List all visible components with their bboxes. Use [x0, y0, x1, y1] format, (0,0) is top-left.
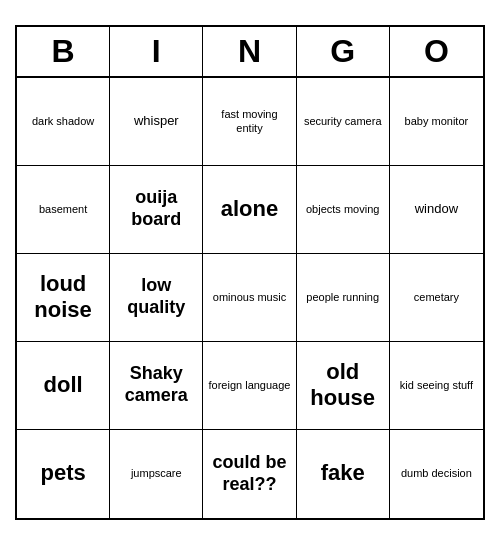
bingo-cell: alone: [203, 166, 296, 254]
bingo-cell: people running: [297, 254, 390, 342]
bingo-cell: dumb decision: [390, 430, 483, 518]
bingo-cell: baby monitor: [390, 78, 483, 166]
bingo-cell: pets: [17, 430, 110, 518]
header-letter: O: [390, 27, 483, 76]
header-letter: G: [297, 27, 390, 76]
bingo-cell: dark shadow: [17, 78, 110, 166]
cell-label: security camera: [304, 114, 382, 128]
bingo-cell: loud noise: [17, 254, 110, 342]
cell-label: jumpscare: [131, 466, 182, 480]
cell-label: ominous music: [213, 290, 286, 304]
bingo-grid: dark shadowwhisperfast moving entitysecu…: [17, 78, 483, 518]
bingo-cell: cemetary: [390, 254, 483, 342]
bingo-cell: objects moving: [297, 166, 390, 254]
cell-label: Shaky camera: [114, 363, 198, 406]
cell-label: low quality: [114, 275, 198, 318]
bingo-cell: ouija board: [110, 166, 203, 254]
cell-label: old house: [301, 359, 385, 412]
bingo-cell: Shaky camera: [110, 342, 203, 430]
cell-label: loud noise: [21, 271, 105, 324]
cell-label: alone: [221, 196, 278, 222]
bingo-cell: fast moving entity: [203, 78, 296, 166]
cell-label: could be real??: [207, 452, 291, 495]
bingo-cell: jumpscare: [110, 430, 203, 518]
cell-label: objects moving: [306, 202, 379, 216]
bingo-cell: fake: [297, 430, 390, 518]
bingo-cell: low quality: [110, 254, 203, 342]
bingo-cell: old house: [297, 342, 390, 430]
cell-label: doll: [44, 372, 83, 398]
cell-label: dumb decision: [401, 466, 472, 480]
bingo-cell: could be real??: [203, 430, 296, 518]
bingo-cell: ominous music: [203, 254, 296, 342]
cell-label: fake: [321, 460, 365, 486]
cell-label: basement: [39, 202, 87, 216]
bingo-cell: basement: [17, 166, 110, 254]
bingo-cell: whisper: [110, 78, 203, 166]
cell-label: pets: [40, 460, 85, 486]
cell-label: cemetary: [414, 290, 459, 304]
cell-label: baby monitor: [405, 114, 469, 128]
bingo-header: BINGO: [17, 27, 483, 78]
cell-label: fast moving entity: [207, 107, 291, 136]
bingo-cell: foreign language: [203, 342, 296, 430]
bingo-cell: security camera: [297, 78, 390, 166]
header-letter: I: [110, 27, 203, 76]
cell-label: whisper: [134, 113, 179, 130]
cell-label: foreign language: [209, 378, 291, 392]
cell-label: kid seeing stuff: [400, 378, 473, 392]
cell-label: window: [415, 201, 458, 218]
bingo-cell: kid seeing stuff: [390, 342, 483, 430]
bingo-cell: window: [390, 166, 483, 254]
cell-label: people running: [306, 290, 379, 304]
bingo-cell: doll: [17, 342, 110, 430]
bingo-card: BINGO dark shadowwhisperfast moving enti…: [15, 25, 485, 520]
cell-label: ouija board: [114, 187, 198, 230]
header-letter: N: [203, 27, 296, 76]
header-letter: B: [17, 27, 110, 76]
cell-label: dark shadow: [32, 114, 94, 128]
